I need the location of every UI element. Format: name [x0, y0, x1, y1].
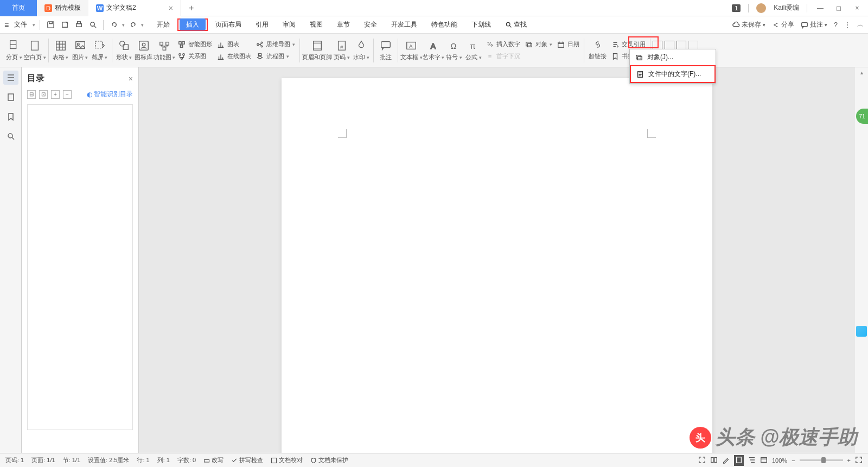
smart-toc-button[interactable]: ◐ 智能识别目录 — [87, 90, 133, 99]
comment-button[interactable]: 批注▾ — [801, 20, 827, 29]
expand-all-icon[interactable]: ⊟ — [27, 90, 36, 99]
zoom-slider[interactable] — [800, 459, 843, 461]
right-scrollbar[interactable]: ▴ — [855, 67, 868, 467]
object-menu-item-object[interactable]: 对象(J)... — [630, 49, 716, 65]
tab-document[interactable]: W 文字文稿2 × — [88, 0, 181, 16]
file-menu[interactable]: 文件 — [11, 20, 30, 29]
status-row[interactable]: 行: 1 — [137, 456, 149, 464]
remove-icon[interactable]: − — [63, 90, 72, 99]
menu-tab-pagelayout[interactable]: 页面布局 — [209, 18, 248, 31]
wordart-button[interactable]: A艺术字 — [423, 39, 445, 61]
collapse-ribbon-icon[interactable]: ︿ — [857, 20, 864, 29]
table-button[interactable]: 表格 — [51, 39, 71, 61]
status-spell[interactable]: 拼写检查 — [231, 456, 263, 464]
menu-tab-find[interactable]: 查找 — [499, 18, 533, 31]
edit-mode-icon[interactable] — [722, 456, 730, 465]
minimize-button[interactable]: — — [815, 3, 826, 14]
relation-button[interactable]: 关系图 — [175, 51, 214, 62]
shapes-button[interactable]: 形状 — [114, 39, 134, 61]
object-button[interactable]: 对象▾ — [522, 39, 554, 50]
zoom-label[interactable]: 100% — [772, 457, 787, 464]
flowchart-button[interactable]: 流程图▾ — [253, 51, 297, 62]
document-page[interactable] — [282, 78, 712, 467]
undo-dropdown-icon[interactable]: ▾ — [122, 22, 125, 28]
menu-tab-underline[interactable]: 下划线 — [465, 18, 497, 31]
page-number-button[interactable]: #页码 — [332, 39, 352, 61]
textbox-button[interactable]: A文本框 — [400, 39, 423, 61]
chart-button[interactable]: 图表 — [214, 39, 253, 50]
picture-button[interactable]: 图片 — [71, 39, 90, 61]
outline-close-icon[interactable]: × — [129, 74, 133, 83]
more-icon[interactable]: ⋮ — [844, 21, 851, 29]
status-page-no[interactable]: 页码: 1 — [5, 456, 24, 464]
document-area[interactable] — [139, 67, 855, 467]
status-col[interactable]: 列: 1 — [157, 456, 170, 464]
print-icon[interactable] — [73, 19, 85, 31]
menu-tab-view[interactable]: 视图 — [303, 18, 329, 31]
scroll-up-icon[interactable]: ▴ — [860, 70, 863, 75]
close-button[interactable]: × — [852, 3, 863, 14]
comment-button[interactable]: 批注 — [376, 39, 395, 61]
hyperlink-button[interactable] — [586, 39, 609, 50]
share-button[interactable]: 分享 — [772, 20, 794, 29]
outline-toggle-icon[interactable] — [3, 71, 18, 85]
screenshot-button[interactable]: 截屏 — [90, 39, 110, 61]
float-wps-icon[interactable] — [856, 326, 867, 337]
redo-icon[interactable] — [127, 19, 139, 31]
hyperlink-label-item[interactable]: 超链接 — [586, 51, 609, 61]
object-menu-item-textfromfile[interactable]: 文件中的文字(F)... — [630, 65, 716, 83]
tab-add-button[interactable]: + — [181, 3, 201, 13]
date-button[interactable]: 日期 — [554, 39, 582, 50]
header-footer-button[interactable]: 页眉和页脚 — [302, 39, 332, 61]
menu-tab-developer[interactable]: 开发工具 — [385, 18, 424, 31]
maximize-button[interactable]: ◻ — [833, 3, 844, 14]
menu-tab-insert[interactable]: 插入 — [180, 18, 206, 30]
tab-close-icon[interactable]: × — [169, 4, 173, 12]
status-section[interactable]: 节: 1/1 — [63, 456, 80, 464]
view-4-icon[interactable] — [688, 41, 698, 49]
unsaved-button[interactable]: 未保存▾ — [732, 20, 765, 29]
find-nav-icon[interactable] — [3, 129, 18, 143]
online-chart-button[interactable]: 在线图表 — [214, 51, 253, 62]
page-break-button[interactable]: 分页 — [4, 39, 24, 61]
page-layout-icon[interactable] — [734, 455, 744, 466]
icon-library-button[interactable]: 图标库 — [134, 39, 154, 61]
symbol-button[interactable]: Ω符号 — [444, 39, 464, 61]
read-mode-icon[interactable] — [710, 456, 718, 465]
insert-number-button[interactable]: ⁵⁄₆插入数字 — [483, 39, 522, 50]
notification-badge[interactable]: 1 — [732, 4, 741, 12]
view-2-icon[interactable] — [665, 41, 674, 49]
status-page[interactable]: 页面: 1/1 — [31, 456, 55, 464]
blank-page-button[interactable]: 空白页 — [24, 39, 46, 61]
collapse-all-icon[interactable]: ⊡ — [39, 90, 48, 99]
menu-tab-section[interactable]: 章节 — [330, 18, 356, 31]
menu-tab-security[interactable]: 安全 — [358, 18, 384, 31]
preview-icon[interactable] — [87, 19, 99, 31]
zoom-out-icon[interactable]: − — [792, 457, 795, 464]
fit-icon[interactable] — [855, 456, 863, 465]
user-avatar[interactable] — [756, 3, 766, 13]
redo-dropdown-icon[interactable]: ▾ — [141, 22, 144, 28]
print-preview-icon[interactable] — [59, 19, 71, 31]
float-badge[interactable]: 71 — [856, 109, 868, 124]
undo-icon[interactable] — [108, 19, 120, 31]
status-protection[interactable]: 文档未保护 — [310, 456, 348, 464]
status-rewrite[interactable]: 改写 — [203, 456, 224, 464]
menu-tab-review[interactable]: 审阅 — [276, 18, 302, 31]
menu-tab-special[interactable]: 特色功能 — [425, 18, 464, 31]
fullscreen-icon[interactable] — [698, 456, 706, 465]
bookmark-nav-icon[interactable] — [3, 110, 18, 124]
zoom-in-icon[interactable]: + — [847, 457, 851, 464]
help-icon[interactable]: ? — [834, 21, 838, 29]
status-proof[interactable]: 文档校对 — [271, 456, 303, 464]
menu-tab-reference[interactable]: 引用 — [249, 18, 275, 31]
page-nav-icon[interactable] — [3, 90, 18, 104]
status-chars[interactable]: 字数: 0 — [177, 456, 196, 464]
view-3-icon[interactable] — [676, 41, 686, 49]
tab-home[interactable]: 首页 — [0, 0, 37, 16]
mindmap-button[interactable]: 思维导图▾ — [253, 39, 297, 50]
watermark-button[interactable]: 水印 — [352, 39, 371, 61]
hamburger-icon[interactable]: ≡ — [4, 21, 9, 29]
file-dropdown-icon[interactable]: ▾ — [33, 22, 35, 28]
menu-tab-start[interactable]: 开始 — [150, 18, 176, 31]
